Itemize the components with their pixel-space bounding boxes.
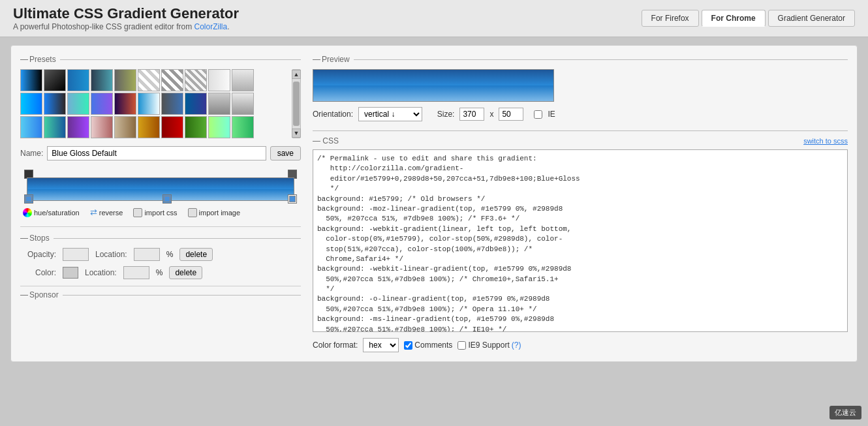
size-separator: x [489, 110, 493, 119]
switch-scss-link[interactable]: switch to scss [803, 137, 848, 145]
color-swatch[interactable] [63, 267, 78, 279]
opacity-location-label: Location: [95, 250, 127, 259]
hue-saturation-icon [23, 208, 32, 217]
preset-22[interactable] [44, 116, 66, 138]
ie9-checkbox[interactable] [457, 341, 466, 350]
name-input[interactable] [47, 146, 266, 160]
preset-17[interactable] [161, 93, 183, 115]
import-css-button[interactable]: import css [131, 207, 179, 219]
nav-chrome-button[interactable]: For Chrome [702, 10, 766, 27]
orientation-select[interactable]: vertical ↓ horizontal → diagonal ↘ [358, 107, 422, 121]
preset-13[interactable] [67, 93, 89, 115]
preset-29[interactable] [208, 116, 230, 138]
css-section-title: CSS [313, 136, 339, 145]
scroll-up-arrow[interactable]: ▲ [292, 70, 301, 79]
presets-grid [20, 69, 289, 138]
preset-18[interactable] [185, 93, 207, 115]
preset-26[interactable] [138, 116, 160, 138]
preset-20[interactable] [232, 93, 254, 115]
presets-scrollbar[interactable]: ▲ ▼ [292, 69, 301, 138]
ie-checkbox-label: IE [548, 110, 555, 119]
preset-16[interactable] [138, 93, 160, 115]
preview-box [313, 69, 554, 102]
preset-10[interactable] [232, 69, 254, 91]
preset-27[interactable] [161, 116, 183, 138]
preset-1[interactable] [20, 69, 42, 91]
opacity-label: Opacity: [20, 250, 56, 259]
subtitle-text: A powerful Photoshop-like CSS gradient e… [13, 22, 192, 31]
preview-section-header: Preview [313, 55, 848, 64]
page-title: Ultimate CSS Gradient Generator [13, 5, 239, 22]
opacity-input[interactable] [63, 248, 89, 261]
scroll-down-arrow[interactable]: ▼ [292, 129, 301, 138]
opacity-percent: % [166, 250, 174, 259]
stop-handle-bottom-left[interactable] [24, 194, 33, 204]
color-location-label: Location: [85, 268, 117, 277]
preset-19[interactable] [208, 93, 230, 115]
preset-2[interactable] [44, 69, 66, 91]
preset-14[interactable] [91, 93, 113, 115]
ie-checkbox[interactable] [534, 110, 542, 119]
size-label: Size: [437, 110, 455, 119]
preset-15[interactable] [114, 93, 136, 115]
preset-12[interactable] [44, 93, 66, 115]
preset-5[interactable] [114, 69, 136, 91]
preset-7[interactable] [161, 69, 183, 91]
comments-label: Comments [414, 341, 452, 350]
color-percent: % [156, 268, 163, 277]
preset-11[interactable] [20, 93, 42, 115]
reverse-label: reverse [99, 209, 123, 217]
nav-firefox-button[interactable]: For Firefox [642, 10, 699, 27]
preset-28[interactable] [185, 116, 207, 138]
right-panel: Preview Orientation: vertical ↓ horizont… [301, 55, 848, 352]
scroll-thumb[interactable] [293, 82, 300, 126]
preset-23[interactable] [67, 116, 89, 138]
save-button[interactable]: save [270, 146, 301, 160]
left-panel: Presets [20, 55, 301, 352]
preset-25[interactable] [114, 116, 136, 138]
toolbar: hue/saturation ⇄ reverse import css impo… [20, 206, 301, 219]
sponsor-section-header: Sponsor [20, 290, 301, 299]
import-image-button[interactable]: import image [185, 207, 243, 219]
color-label: Color: [20, 268, 56, 277]
preset-30[interactable] [232, 116, 254, 138]
css-output-textarea[interactable] [313, 149, 848, 332]
comments-label-container: Comments [404, 341, 452, 350]
ie9-label-container: IE9 Support (?) [457, 341, 521, 350]
main-content: Presets [10, 45, 858, 362]
stops-section-header: Stops [20, 234, 301, 243]
top-bar-left: Ultimate CSS Gradient Generator A powerf… [13, 5, 239, 31]
preset-4[interactable] [91, 69, 113, 91]
opacity-delete-button[interactable]: delete [179, 248, 213, 261]
gradient-bar-wrapper [20, 167, 301, 206]
hue-saturation-label: hue/saturation [34, 209, 80, 217]
gradient-bar[interactable] [27, 177, 294, 201]
comments-checkbox[interactable] [404, 341, 412, 350]
preset-24[interactable] [91, 116, 113, 138]
css-section: CSS switch to scss Color format: hex rgb… [313, 130, 848, 352]
stop-handle-bottom-center[interactable] [163, 194, 172, 204]
hue-saturation-button[interactable]: hue/saturation [20, 207, 82, 219]
preset-9[interactable] [208, 69, 230, 91]
preset-8[interactable] [185, 69, 207, 91]
color-row: Color: Location: % delete [20, 266, 301, 279]
color-format-select[interactable]: hex rgb rgba [363, 338, 399, 352]
stops-section: Stops Opacity: Location: % delete Color:… [20, 226, 301, 279]
height-input[interactable] [499, 108, 523, 121]
ie9-help-icon[interactable]: (?) [512, 341, 521, 350]
preset-3[interactable] [67, 69, 89, 91]
color-delete-button[interactable]: delete [169, 266, 202, 279]
preset-21[interactable] [20, 116, 42, 138]
reverse-button[interactable]: ⇄ reverse [87, 206, 126, 219]
colorzilla-link[interactable]: ColorZilla [194, 22, 228, 31]
ie9-support-label: IE9 Support [468, 341, 509, 350]
stop-handle-bottom-right[interactable] [288, 194, 297, 204]
orientation-row: Orientation: vertical ↓ horizontal → dia… [313, 107, 848, 121]
preset-6[interactable] [138, 69, 160, 91]
opacity-location-input[interactable] [134, 248, 160, 261]
name-row: Name: save [20, 146, 301, 160]
width-input[interactable] [459, 108, 484, 121]
css-header: CSS switch to scss [313, 136, 848, 145]
nav-gradient-gen-button[interactable]: Gradient Generator [768, 10, 855, 27]
color-location-input[interactable] [123, 266, 149, 279]
